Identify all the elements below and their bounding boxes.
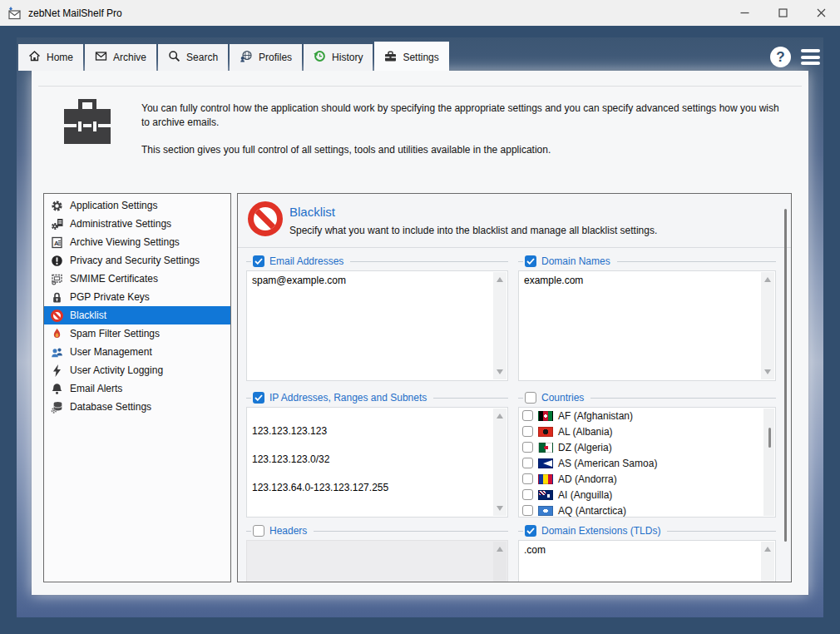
sidebar-item-application-settings[interactable]: Application Settings — [44, 196, 230, 215]
country-checkbox[interactable] — [522, 458, 533, 468]
tab-label: History — [332, 52, 363, 63]
tab-search[interactable]: Search — [158, 44, 228, 71]
sidebar-item-spam-filter-settings[interactable]: Spam Filter Settings — [44, 324, 230, 343]
sidebar-item-user-activity-logging[interactable]: User Activity Logging — [44, 361, 230, 379]
lightning-icon — [50, 364, 64, 377]
email-addresses-checkbox[interactable] — [253, 255, 264, 267]
email-addresses-value: spam@example.com — [252, 274, 489, 288]
sidebar-item-blacklist[interactable]: Blacklist — [44, 306, 230, 324]
algeria-flag-icon — [538, 443, 553, 453]
country-row-antarctica[interactable]: AQ (Antarctica) — [519, 503, 775, 518]
countries-scrollbar-thumb[interactable] — [768, 428, 771, 448]
country-checkbox[interactable] — [522, 489, 533, 500]
document-letter-icon: A — [50, 235, 64, 249]
email-addresses-textarea[interactable]: spam@example.com — [246, 270, 508, 381]
scroll-up-icon[interactable] — [764, 547, 771, 552]
scrollbar-track[interactable] — [493, 272, 506, 379]
countries-scrollbar-track[interactable] — [763, 409, 774, 516]
padlock-icon — [50, 290, 64, 304]
tlds-checkbox[interactable] — [525, 525, 536, 537]
tab-settings[interactable]: Settings — [374, 42, 448, 71]
group-label: IP Addresses, Ranges and Subnets — [269, 392, 433, 404]
sidebar-item-label: Privacy and Security Settings — [70, 255, 200, 266]
group-header: IP Addresses, Ranges and Subnets — [246, 390, 508, 405]
bell-icon — [50, 382, 64, 395]
tab-home[interactable]: Home — [18, 44, 83, 71]
country-row-andorra[interactable]: AD (Andorra) — [519, 471, 775, 487]
scroll-up-icon[interactable] — [497, 277, 503, 282]
country-row-algeria[interactable]: DZ (Algeria) — [519, 439, 775, 455]
sidebar-item-database-settings[interactable]: Database Settings — [44, 398, 230, 416]
country-row-albania[interactable]: AL (Albania) — [519, 423, 775, 439]
sidebar-item-archive-viewing-settings[interactable]: A Archive Viewing Settings — [44, 233, 230, 251]
country-row-american-samoa[interactable]: AS (American Samoa) — [519, 455, 775, 471]
tab-label: Archive — [113, 52, 146, 63]
scrollbar-track — [493, 542, 506, 582]
sidebar-item-email-alerts[interactable]: Email Alerts — [44, 379, 230, 398]
country-checkbox[interactable] — [522, 505, 533, 516]
maximize-button[interactable] — [763, 0, 802, 26]
group-header: Domain Names — [518, 254, 776, 269]
scroll-down-icon[interactable] — [764, 369, 771, 374]
sidebar-item-label: Blacklist — [70, 310, 106, 321]
domain-names-checkbox[interactable] — [525, 255, 536, 267]
hamburger-menu-button[interactable] — [801, 49, 820, 65]
group-domain-names: Domain Names example.com — [518, 254, 776, 381]
country-checkbox[interactable] — [522, 410, 533, 421]
tab-profiles[interactable]: Profiles — [230, 44, 302, 71]
close-button[interactable] — [802, 0, 840, 26]
tab-history[interactable]: History — [304, 44, 373, 71]
sidebar-item-label: User Management — [70, 346, 152, 358]
section-subtitle: Specify what you want to include into th… — [289, 225, 657, 236]
sidebar-item-label: Spam Filter Settings — [70, 328, 160, 339]
scroll-down-icon[interactable] — [497, 369, 503, 374]
sidebar-item-pgp-private-keys[interactable]: PGP Private Keys — [44, 288, 230, 306]
ip-addresses-checkbox[interactable] — [253, 392, 264, 404]
sidebar-item-smime-certificates[interactable]: S/MIME Certificates — [44, 270, 230, 288]
certificate-icon — [50, 272, 64, 285]
scroll-up-icon[interactable] — [764, 277, 771, 282]
minimize-button[interactable] — [725, 0, 763, 26]
tab-archive[interactable]: Archive — [85, 44, 156, 71]
tlds-textarea[interactable]: .com — [518, 540, 776, 582]
country-row-afghanistan[interactable]: AF (Afghanistan) — [519, 408, 775, 423]
scrollbar-track[interactable] — [761, 272, 774, 379]
envelope-icon — [95, 50, 107, 65]
andorra-flag-icon — [538, 474, 553, 484]
scroll-down-icon[interactable] — [497, 506, 503, 511]
sidebar-item-user-management[interactable]: User Management — [44, 343, 230, 361]
country-checkbox[interactable] — [522, 473, 533, 484]
pane-scrollbar-thumb[interactable] — [784, 209, 787, 542]
help-button[interactable]: ? — [770, 47, 791, 67]
scrollbar-track[interactable] — [761, 542, 774, 582]
gear-icon — [50, 199, 64, 212]
group-label: Email Addresses — [269, 255, 350, 267]
intro-text: You can fully control how the applicatio… — [141, 102, 790, 170]
home-icon — [28, 50, 41, 65]
blacklist-header-icon — [248, 201, 283, 236]
hamburger-bar — [801, 62, 820, 65]
domain-names-textarea[interactable]: example.com — [518, 270, 776, 381]
scroll-up-icon[interactable] — [497, 414, 503, 419]
country-label: AD (Andorra) — [558, 473, 617, 485]
panel-divider — [38, 86, 802, 87]
group-headers: Headers — [246, 523, 508, 582]
country-label: AF (Afghanistan) — [558, 410, 633, 422]
content-panel: You can fully control how the applicatio… — [32, 71, 808, 595]
tab-label: Settings — [403, 52, 438, 63]
country-row-anguilla[interactable]: AI (Anguilla) — [519, 487, 775, 503]
country-checkbox[interactable] — [522, 426, 533, 437]
scrollbar-track[interactable] — [493, 409, 506, 516]
sidebar-item-privacy-security-settings[interactable]: Privacy and Security Settings — [44, 251, 230, 270]
title-bar: zebNet MailShelf Pro — [0, 0, 840, 26]
countries-checkbox[interactable] — [525, 392, 536, 404]
countries-listbox[interactable]: AF (Afghanistan) AL (Albania) DZ (Algeri… — [518, 407, 776, 518]
headers-checkbox[interactable] — [253, 525, 264, 537]
ip-addresses-textarea[interactable]: 123.123.123.123 123.123.123.0/32 123.123… — [246, 407, 508, 518]
group-label: Headers — [269, 525, 314, 537]
country-label: AL (Albania) — [558, 426, 613, 438]
country-checkbox[interactable] — [522, 442, 533, 453]
group-ip-addresses: IP Addresses, Ranges and Subnets 123.123… — [246, 390, 508, 518]
window-controls — [725, 0, 840, 26]
sidebar-item-administrative-settings[interactable]: Administrative Settings — [44, 215, 230, 233]
